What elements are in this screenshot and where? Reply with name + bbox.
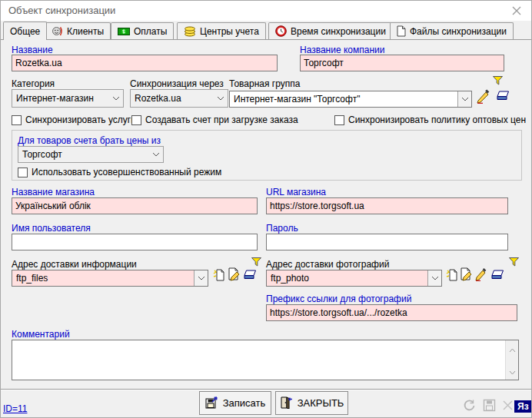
clients-icon: [52, 26, 63, 37]
photo-delivery-new-icon[interactable]: [446, 268, 458, 281]
product-group-filter-icon[interactable]: [493, 76, 503, 85]
create-invoice-checkbox[interactable]: Создавать счет при загрузке заказа: [131, 114, 298, 125]
language-badge[interactable]: Яз: [514, 400, 532, 413]
invoice-prices-value: Торгсофт: [18, 149, 149, 160]
tab-accounting-centers-label: Центры учета: [200, 26, 259, 37]
tab-sync-time[interactable]: Время синхронизации: [268, 22, 393, 39]
photo-delivery-edit-icon[interactable]: [459, 267, 473, 281]
info-delivery-filter-icon[interactable]: [251, 257, 261, 267]
checkbox-box[interactable]: [334, 115, 344, 125]
company-name-label: Название компании: [300, 45, 384, 55]
photo-prefix-label: Префикс ссылки для фотографий: [266, 294, 411, 304]
chevron-down-icon: [214, 90, 228, 107]
checkbox-box[interactable]: [12, 115, 22, 125]
product-group-combo[interactable]: Интернет-магазин "Торгсофт": [229, 91, 472, 108]
photo-delivery-pencil-icon[interactable]: [474, 267, 488, 281]
photo-delivery-combo[interactable]: ftp_photo: [266, 270, 442, 287]
store-url-input[interactable]: [266, 197, 508, 214]
accounting-centers-icon: [184, 26, 196, 37]
product-group-value: Интернет-магазин "Торгсофт": [230, 94, 457, 104]
info-delivery-edit-icon[interactable]: [227, 267, 241, 281]
product-group-eraser-icon[interactable]: [496, 91, 510, 101]
payments-icon: [118, 27, 130, 36]
store-name-label: Название магазина: [12, 187, 95, 197]
store-name-input[interactable]: [12, 197, 258, 214]
scroll-down-icon[interactable]: [509, 364, 516, 378]
tab-general[interactable]: Общее: [3, 22, 47, 40]
exit-door-icon: [280, 396, 293, 411]
photo-delivery-filter-icon[interactable]: [509, 257, 519, 267]
invoice-prices-label: Для товаров счета брать цены из: [18, 135, 161, 146]
save-disabled-icon: [483, 399, 496, 415]
save-icon: [205, 396, 218, 411]
tab-clients-label: Клиенты: [67, 26, 104, 37]
tab-strip: Общее Клиенты Оплаты Центры учета Время …: [1, 22, 531, 40]
category-label: Категория: [12, 78, 55, 89]
bottom-separator: [1, 389, 531, 390]
advanced-mode-label: Использовать усовершенствованный режим: [32, 167, 221, 177]
password-input[interactable]: [266, 234, 508, 250]
invoice-prices-select[interactable]: Торгсофт: [18, 146, 164, 163]
tab-sync-files-label: Файлы синхронизации: [410, 26, 507, 37]
photo-delivery-value: ftp_photo: [267, 273, 427, 284]
comment-field: [12, 340, 519, 380]
comment-label: Комментарий: [12, 329, 70, 340]
info-delivery-value: ftp_files: [12, 273, 194, 284]
delete-disabled-icon: [502, 400, 514, 414]
record-id[interactable]: ID=11: [3, 403, 27, 414]
titlebar: Объект синхронизации: [1, 1, 531, 21]
product-group-label: Товарная группа: [229, 78, 300, 89]
sync-via-select[interactable]: Rozetka.ua: [130, 89, 228, 108]
save-button-label: Записать: [223, 397, 266, 409]
photo-prefix-input[interactable]: [266, 304, 517, 321]
comment-scrollbar[interactable]: [505, 340, 518, 380]
scroll-up-icon[interactable]: [509, 342, 516, 356]
close-button-label: ЗАКРЫТЬ: [298, 397, 344, 409]
category-value: Интернет-магазин: [12, 93, 109, 104]
info-delivery-combo[interactable]: ftp_files: [12, 270, 208, 287]
create-invoice-label: Создавать счет при загрузке заказа: [145, 114, 298, 125]
sync-wholesale-checkbox[interactable]: Синхронизировать политику оптовых цен: [334, 114, 526, 125]
refresh-icon[interactable]: [463, 399, 476, 415]
info-delivery-label: Адрес доставки информации: [12, 259, 137, 270]
checkbox-box[interactable]: [18, 168, 28, 177]
password-label: Пароль: [266, 223, 298, 234]
name-label: Название: [12, 45, 53, 55]
name-input[interactable]: [12, 55, 278, 71]
username-label: Имя пользователя: [12, 223, 91, 234]
tab-baseline: [1, 39, 531, 40]
tab-general-label: Общее: [10, 26, 40, 37]
advanced-mode-checkbox[interactable]: Использовать усовершенствованный режим: [18, 167, 221, 177]
sync-object-dialog: Объект синхронизации Общее Клиенты Оплат…: [0, 0, 532, 418]
chevron-down-icon[interactable]: [194, 270, 208, 286]
company-name-input[interactable]: [300, 55, 504, 71]
chevron-down-icon: [149, 147, 163, 162]
tab-payments[interactable]: Оплаты: [111, 22, 174, 39]
category-select[interactable]: Интернет-магазин: [12, 89, 124, 108]
info-delivery-eraser-icon[interactable]: [243, 270, 257, 280]
comment-textarea[interactable]: [12, 340, 505, 380]
chevron-down-icon[interactable]: [457, 91, 471, 107]
checkbox-box[interactable]: [131, 115, 141, 125]
sync-services-checkbox[interactable]: Синхронизировать услуги: [12, 114, 136, 125]
close-icon[interactable]: [510, 4, 524, 18]
window-title: Объект синхронизации: [8, 5, 115, 16]
tab-sync-time-label: Время синхронизации: [291, 26, 386, 37]
sync-time-icon: [275, 25, 287, 37]
sync-via-label: Синхронизация через: [130, 78, 224, 89]
info-delivery-new-icon[interactable]: [213, 268, 225, 281]
tab-clients[interactable]: Клиенты: [45, 22, 111, 39]
chevron-down-icon[interactable]: [427, 270, 441, 286]
sync-services-label: Синхронизировать услуги: [25, 114, 136, 125]
username-input[interactable]: [12, 234, 258, 250]
close-button[interactable]: ЗАКРЫТЬ: [275, 391, 348, 415]
tab-payments-label: Оплаты: [134, 26, 167, 37]
tab-accounting-centers[interactable]: Центры учета: [177, 22, 266, 39]
product-group-edit-icon[interactable]: [476, 88, 491, 104]
save-button[interactable]: Записать: [199, 391, 271, 415]
sync-wholesale-label: Синхронизировать политику оптовых цен: [348, 114, 526, 125]
sync-via-value: Rozetka.ua: [131, 93, 214, 104]
tab-sync-files[interactable]: Файлы синхронизации: [390, 22, 514, 39]
photo-delivery-eraser-icon[interactable]: [490, 270, 504, 280]
store-url-label: URL магазина: [266, 187, 326, 197]
